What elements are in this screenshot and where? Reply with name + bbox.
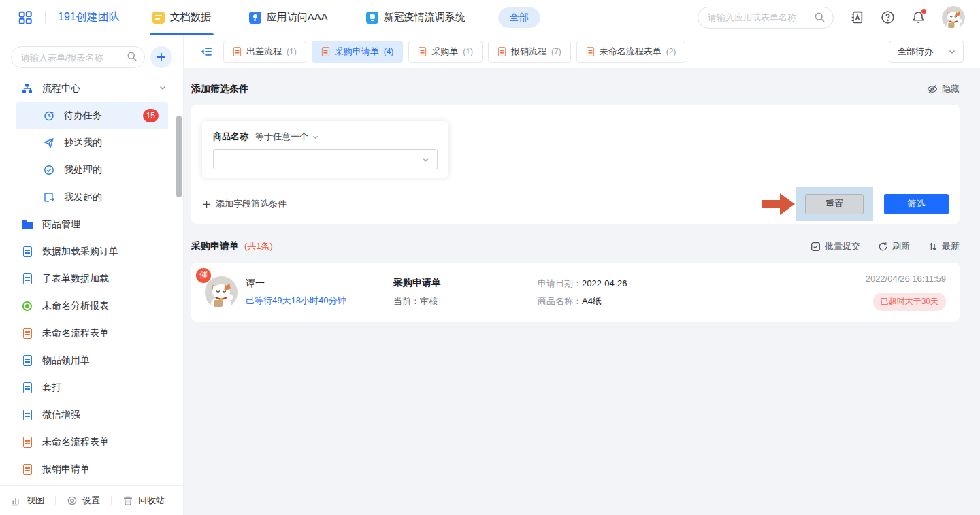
urge-badge: 催 <box>196 268 211 283</box>
sidebar-item-label: 我发起的 <box>64 191 102 203</box>
refresh-button[interactable]: 刷新 <box>878 240 910 252</box>
app-window: 191创建团队 文档数据 应用访问AAA 新冠疫情流调系统 全部 <box>0 0 980 515</box>
todo-scope-select[interactable]: 全部待办 <box>889 41 964 63</box>
check-circle-icon <box>44 165 54 176</box>
sidebar-form-item[interactable]: 微信增强 <box>0 401 183 429</box>
form-doc-icon <box>22 410 33 420</box>
sidebar-form-item[interactable]: 未命名流程表单 <box>0 429 183 456</box>
form-tab-label: 报销流程 <box>511 46 546 58</box>
folder-icon <box>22 219 33 230</box>
form-doc-icon <box>322 47 329 56</box>
folder-label: 商品管理 <box>42 218 80 231</box>
sidebar-report-item[interactable]: 未命名分析报表 <box>0 293 183 320</box>
app-access-icon <box>249 12 261 24</box>
form-search-input[interactable] <box>11 46 145 68</box>
add-form-button[interactable] <box>150 46 172 68</box>
action-label: 最新 <box>942 240 960 252</box>
gear-icon <box>67 495 78 506</box>
recycle-bin-button[interactable]: 回收站 <box>122 495 165 507</box>
sidebar: 流程中心 待办任务 15 <box>0 35 184 515</box>
sidebar-form-item[interactable]: 数据加载采购订单 <box>0 238 183 265</box>
condition-value-select[interactable] <box>213 149 438 169</box>
sidebar-group-process-center[interactable]: 流程中心 <box>0 75 183 102</box>
refresh-icon <box>878 242 888 252</box>
filter-submit-button[interactable]: 筛选 <box>884 194 949 214</box>
form-tab-count: (4) <box>384 47 394 56</box>
form-tab-unnamed-process[interactable]: 未命名流程表单 (2) <box>576 41 686 63</box>
sort-latest-button[interactable]: 最新 <box>928 240 960 252</box>
overdue-tag: 已超时大于30天 <box>873 293 946 311</box>
eye-off-icon <box>927 84 938 95</box>
sidebar-form-item[interactable]: 未命名流程表单 <box>0 320 183 347</box>
sidebar-item-cc-to-me[interactable]: 抄送我的 <box>0 129 183 156</box>
reset-button[interactable]: 重置 <box>805 194 864 214</box>
batch-submit-button[interactable]: 批量提交 <box>811 240 860 252</box>
sidebar-item-label: 我处理的 <box>64 164 102 176</box>
all-apps-pill[interactable]: 全部 <box>498 7 540 28</box>
form-tabs-bar: 出差流程 (1) 采购申请单 (4) 采购单 (1) <box>184 35 980 68</box>
help-icon[interactable] <box>881 10 895 24</box>
sidebar-form-item[interactable]: 物品领用单 <box>0 347 183 374</box>
form-tab-label: 采购申请单 <box>335 46 379 58</box>
sidebar-item-handled-by-me[interactable]: 我处理的 <box>0 156 183 184</box>
sidebar-form-item[interactable]: 子表单数据加载 <box>0 265 183 293</box>
form-doc-icon <box>22 355 33 366</box>
hide-filters-link[interactable]: 隐藏 <box>927 83 960 95</box>
applicant-avatar <box>205 276 238 309</box>
form-tab-count: (2) <box>666 47 676 56</box>
notification-bell-icon[interactable] <box>911 10 926 24</box>
sidebar-tree: 流程中心 待办任务 15 <box>0 75 183 485</box>
add-filter-condition-link[interactable]: 添加字段筛选条件 <box>202 198 287 210</box>
nav-tab-doc-data[interactable]: 文档数据 <box>152 0 211 35</box>
current-step: 当前：审核 <box>393 295 538 308</box>
team-name[interactable]: 191创建团队 <box>58 10 120 24</box>
divider <box>45 11 46 24</box>
nav-tab-label: 应用访问AAA <box>267 11 328 24</box>
chevron-down-icon[interactable] <box>159 84 167 92</box>
views-button[interactable]: 视图 <box>11 495 44 507</box>
settings-button[interactable]: 设置 <box>67 495 100 507</box>
form-tab-count: (1) <box>463 47 473 56</box>
clock-icon <box>44 110 54 121</box>
condition-operator-select[interactable]: 等于任意一个 <box>255 131 319 143</box>
item-timestamp: 2022/04/26 16:11:59 <box>866 273 946 284</box>
nav-tab-covid-system[interactable]: 新冠疫情流调系统 <box>366 0 466 35</box>
waiting-duration: 已等待49天18小时40分钟 <box>246 295 393 307</box>
form-tab-reimbursement[interactable]: 报销流程 (7) <box>488 41 571 63</box>
sidebar-form-item[interactable]: 报销申请单 <box>0 456 183 483</box>
main-area: 出差流程 (1) 采购申请单 (4) 采购单 (1) <box>184 35 980 515</box>
form-tab-business-trip[interactable]: 出差流程 (1) <box>223 41 306 63</box>
apps-grid-icon[interactable] <box>18 10 33 25</box>
form-search <box>11 46 145 68</box>
nav-right-cluster <box>698 6 965 29</box>
sidebar-scrollbar[interactable] <box>176 116 182 197</box>
form-tab-label: 未命名流程表单 <box>600 46 662 58</box>
group-label: 流程中心 <box>42 82 80 95</box>
notification-dot <box>921 9 926 14</box>
hide-label: 隐藏 <box>942 83 960 95</box>
sidebar-folder-product-mgmt[interactable]: 商品管理 <box>0 211 183 238</box>
form-tab-purchase-request[interactable]: 采购申请单 (4) <box>312 41 404 63</box>
nav-tab-app-access[interactable]: 应用访问AAA <box>249 0 328 35</box>
doc-send-icon <box>44 192 54 203</box>
footer-label: 视图 <box>27 495 44 507</box>
form-item-label: 报销申请单 <box>42 463 90 476</box>
checkbox-icon <box>811 242 821 252</box>
chevron-down-icon <box>421 155 430 164</box>
form-tab-purchase-order[interactable]: 采购单 (1) <box>408 41 483 63</box>
sidebar-item-initiated-by-me[interactable]: 我发起的 <box>0 184 183 211</box>
contacts-icon[interactable] <box>850 10 864 24</box>
task-list-item[interactable]: 催 <box>191 263 960 322</box>
filter-section-title: 添加筛选条件 <box>191 83 248 95</box>
process-doc-icon <box>22 328 33 339</box>
todo-scope-value: 全部待办 <box>898 46 933 58</box>
form-tab-count: (1) <box>287 47 297 56</box>
sidebar-item-todo-tasks[interactable]: 待办任务 15 <box>16 102 168 129</box>
user-avatar[interactable] <box>942 6 965 29</box>
sidebar-form-item[interactable]: 套打 <box>0 374 183 401</box>
global-search-input[interactable] <box>698 7 834 29</box>
form-doc-icon <box>587 47 594 56</box>
search-icon <box>127 51 137 62</box>
nav-tab-label: 文档数据 <box>170 11 211 24</box>
collapse-sidebar-icon[interactable] <box>200 46 212 58</box>
